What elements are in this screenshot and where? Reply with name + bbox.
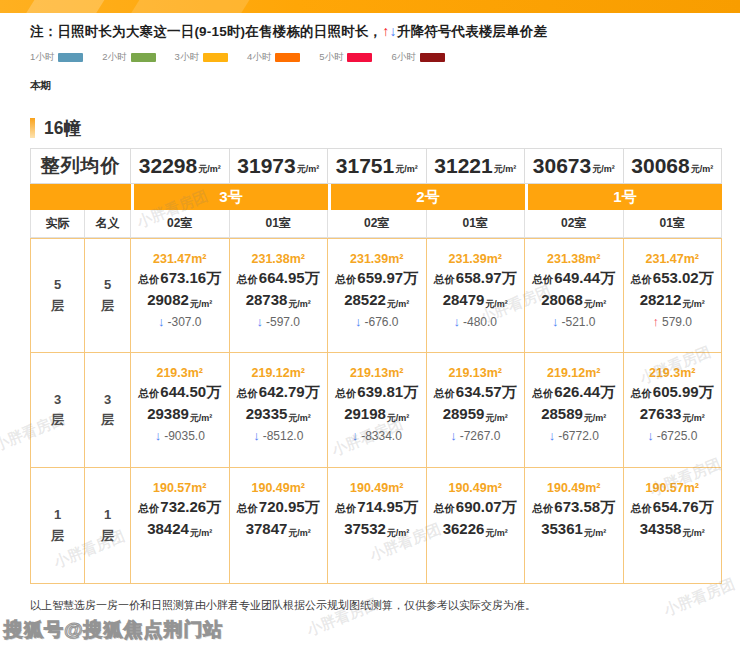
price-unit: 元/m² xyxy=(592,163,615,176)
legend-item-1h: 1小时 xyxy=(30,51,83,64)
unit-price: 35361元/m² xyxy=(541,520,606,538)
total-value: 644.50万 xyxy=(160,383,221,400)
unit-price-value: 28068 xyxy=(541,291,583,308)
price-table: 整列均价 32298元/m² 31973元/m² 31751元/m² 31221… xyxy=(30,148,722,584)
column-header-room: 02室 xyxy=(131,210,230,238)
title-accent-bar xyxy=(30,118,35,138)
unit-total-price: 总价714.95万 xyxy=(335,498,418,517)
unit-price-value: 29389 xyxy=(147,405,189,422)
unit-price-value: 37532 xyxy=(344,520,386,537)
legend-swatch-icon xyxy=(347,53,372,62)
actual-floor-cell: 3层 xyxy=(30,353,85,468)
unit-area: 231.47m² xyxy=(153,252,207,266)
down-arrow-icon: ↓ xyxy=(552,314,559,329)
unit-price-value: 28959 xyxy=(443,405,485,422)
legend-label: 4小时 xyxy=(247,51,271,64)
unit-area: 231.39m² xyxy=(350,252,404,266)
diff-value: -597.0 xyxy=(266,315,300,329)
floor-number: 5 xyxy=(104,275,111,295)
floor-suffix: 层 xyxy=(101,526,114,546)
unit-cell: 231.39m² 总价659.97万 28522元/m² ↓-676.0 xyxy=(328,238,427,353)
total-value: 605.99万 xyxy=(653,383,714,400)
total-value: 642.79万 xyxy=(259,383,320,400)
price-diff: ↓-307.0 xyxy=(158,314,202,329)
building-header-3: 3号 xyxy=(131,184,328,210)
unit-price-value: 28589 xyxy=(541,405,583,422)
unit-price: 28068元/m² xyxy=(541,291,606,309)
unit-price: 29082元/m² xyxy=(147,291,212,309)
price-diff: ↓-9035.0 xyxy=(155,428,205,443)
unit-price: 34358元/m² xyxy=(640,520,705,538)
top-accent-bar xyxy=(0,0,740,13)
legend-label: 5小时 xyxy=(319,51,343,64)
total-value: 634.57万 xyxy=(456,383,517,400)
total-label: 总价 xyxy=(532,273,553,285)
price-unit: 元/m² xyxy=(387,413,410,423)
banner-spacer xyxy=(30,184,131,210)
unit-cell: 231.47m² 总价653.02万 28212元/m² ↑579.0 xyxy=(624,238,723,353)
total-value: 654.76万 xyxy=(653,498,714,515)
unit-price: 29389元/m² xyxy=(147,405,212,423)
unit-cell: 190.57m² 总价654.76万 34358元/m² xyxy=(624,468,723,584)
price-unit: 元/m² xyxy=(395,163,418,176)
total-label: 总价 xyxy=(335,502,356,514)
unit-area: 231.38m² xyxy=(547,252,601,266)
unit-total-price: 总价664.95万 xyxy=(237,269,320,288)
legend-label: 3小时 xyxy=(175,51,199,64)
actual-floor-cell: 5层 xyxy=(30,238,85,353)
total-label: 总价 xyxy=(434,502,455,514)
avg-price-value: 31751 xyxy=(336,154,394,178)
note-prefix: 注：日照时长为大寒这一日(9-15时)在售楼栋的日照时长， xyxy=(30,24,382,39)
floor-row-3: 3层 3层 219.3m² 总价644.50万 29389元/m² ↓-9035… xyxy=(30,353,722,468)
unit-cell: 231.39m² 总价658.97万 28479元/m² ↓-480.0 xyxy=(427,238,526,353)
price-diff: ↓-8334.0 xyxy=(352,428,402,443)
unit-area: 219.13m² xyxy=(350,366,404,380)
unit-area: 231.39m² xyxy=(448,252,502,266)
legend-item-3h: 3小时 xyxy=(175,51,228,64)
down-arrow-icon: ↓ xyxy=(549,428,556,443)
price-unit: 元/m² xyxy=(584,299,607,309)
column-header-row: 实际 名义 02室 01室 02室 01室 02室 01室 xyxy=(30,210,722,238)
unit-total-price: 总价644.50万 xyxy=(138,383,221,402)
diff-value: -8334.0 xyxy=(361,429,402,443)
price-diff: ↓-8512.0 xyxy=(253,428,303,443)
unit-cell: 219.13m² 总价639.81万 29198元/m² ↓-8334.0 xyxy=(328,353,427,468)
unit-total-price: 总价720.95万 xyxy=(237,498,320,517)
price-diff: ↑579.0 xyxy=(652,314,692,329)
avg-price-value: 30068 xyxy=(631,154,689,178)
unit-price: 28479元/m² xyxy=(443,291,508,309)
floor-suffix: 层 xyxy=(51,526,64,546)
down-arrow-icon: ↓ xyxy=(355,314,362,329)
nominal-floor-cell: 5层 xyxy=(85,238,131,353)
legend-item-5h: 5小时 xyxy=(319,51,372,64)
column-header-actual: 实际 xyxy=(30,210,85,238)
legend-item-2h: 2小时 xyxy=(102,51,155,64)
floor-suffix: 层 xyxy=(101,410,114,430)
total-value: 639.81万 xyxy=(357,383,418,400)
unit-area: 190.49m² xyxy=(547,481,601,495)
column-header-room: 01室 xyxy=(230,210,329,238)
legend-swatch-icon xyxy=(275,53,300,62)
unit-cell: 190.49m² 总价690.07万 36226元/m² xyxy=(427,468,526,584)
total-label: 总价 xyxy=(237,387,258,399)
unit-total-price: 总价634.57万 xyxy=(434,383,517,402)
unit-price-value: 28479 xyxy=(443,291,485,308)
unit-price-value: 36226 xyxy=(443,520,485,537)
floor-suffix: 层 xyxy=(51,410,64,430)
nominal-floor-cell: 3层 xyxy=(85,353,131,468)
unit-price: 28522元/m² xyxy=(344,291,409,309)
unit-total-price: 总价690.07万 xyxy=(434,498,517,517)
floor-number: 1 xyxy=(54,505,61,525)
price-unit: 元/m² xyxy=(682,528,705,538)
unit-total-price: 总价673.58万 xyxy=(532,498,615,517)
price-diff: ↓-7267.0 xyxy=(450,428,500,443)
unit-area: 231.47m² xyxy=(645,252,699,266)
unit-price: 29198元/m² xyxy=(344,405,409,423)
price-unit: 元/m² xyxy=(485,413,508,423)
total-label: 总价 xyxy=(532,502,553,514)
price-unit: 元/m² xyxy=(297,163,320,176)
price-unit: 元/m² xyxy=(682,413,705,423)
floor-row-1: 1层 1层 190.57m² 总价732.26万 38424元/m² 190.4… xyxy=(30,468,722,584)
footer-note: 以上智慧选房一房一价和日照测算由小胖君专业团队根据公示规划图纸测算，仅供参考以实… xyxy=(30,598,536,613)
price-unit: 元/m² xyxy=(584,528,607,538)
